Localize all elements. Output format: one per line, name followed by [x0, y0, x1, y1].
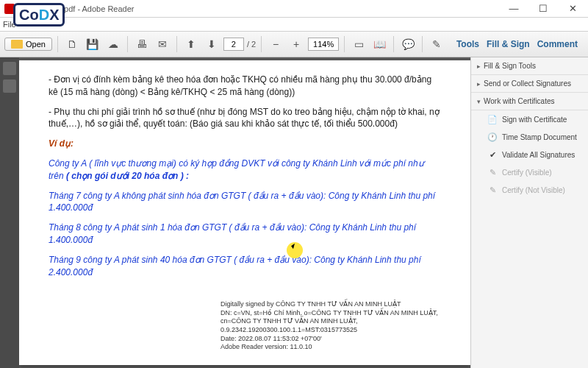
- text-para: - Phụ thu chi phí giải trình hồ sơ thuế …: [49, 106, 441, 131]
- side-panel: ▸Fill & Sign Tools ▸Send or Collect Sign…: [470, 57, 588, 368]
- panel-send-collect[interactable]: ▸Send or Collect Signatures: [471, 75, 588, 93]
- fit-icon[interactable]: ▭: [350, 35, 368, 53]
- comment-link[interactable]: Comment: [537, 39, 578, 49]
- zoom-out-icon[interactable]: −: [267, 35, 284, 53]
- sign-cert-icon: 📄: [487, 114, 498, 124]
- document-viewport[interactable]: - Đơn vị có đính kèm bảng kê theo hóa đơ…: [19, 57, 470, 368]
- zoom-input[interactable]: [308, 38, 339, 51]
- sign-icon[interactable]: ✎: [428, 35, 445, 53]
- text-example: Tháng 8 công ty A phát sinh 1 hóa đơn GT…: [49, 222, 441, 247]
- text-para: - Đơn vị có đính kèm bảng kê theo hóa đơ…: [49, 74, 441, 99]
- print-icon[interactable]: 🖶: [133, 35, 151, 53]
- text-example: Tháng 7 công ty A không phát sinh hóa đơ…: [49, 190, 441, 215]
- page-number-input[interactable]: [223, 38, 244, 51]
- email-icon[interactable]: ✉: [154, 35, 171, 53]
- certify-hidden-icon: ✎: [487, 185, 498, 195]
- text-example: Công ty A ( lĩnh vực thương mại) có ký h…: [49, 158, 441, 183]
- page-up-icon[interactable]: ⬆: [182, 35, 200, 53]
- digital-signature: Digitally signed by CÔNG TY TNHH TƯ VẤN …: [220, 300, 441, 352]
- minimize-button[interactable]: —: [503, 1, 525, 16]
- mouse-cursor-icon: [287, 242, 303, 258]
- item-sign-certificate[interactable]: 📄Sign with Certificate: [471, 110, 588, 128]
- title-bar: .pdf - Adobe Reader — ☐ ✕: [0, 0, 588, 18]
- thumbnails-icon[interactable]: [3, 62, 16, 75]
- item-certify-not-visible: ✎Certify (Not Visible): [471, 181, 588, 199]
- validate-icon: ✔: [487, 149, 498, 160]
- left-rail: [0, 57, 19, 368]
- fill-sign-link[interactable]: Fill & Sign: [487, 39, 530, 49]
- timestamp-icon: 🕐: [487, 132, 498, 142]
- open-button[interactable]: Open: [4, 38, 52, 51]
- panel-work-certificates[interactable]: ▾Work with Certificates: [471, 93, 588, 110]
- page-total: / 2: [247, 40, 256, 49]
- maximize-button[interactable]: ☐: [532, 1, 554, 16]
- item-certify-visible: ✎Certify (Visible): [471, 163, 588, 181]
- panel-fillsign-tools[interactable]: ▸Fill & Sign Tools: [471, 57, 588, 75]
- codx-logo: CoDX: [13, 3, 65, 26]
- folder-icon: [11, 40, 23, 49]
- certify-icon: ✎: [487, 167, 498, 177]
- cloud-icon[interactable]: ☁: [104, 35, 122, 53]
- toolbar: Open 🗋 💾 ☁ 🖶 ✉ ⬆ ⬇ / 2 − + ▭ 📖 💬 ✎ Tools…: [0, 31, 588, 57]
- page-down-icon[interactable]: ⬇: [203, 35, 220, 53]
- menu-bar: File: [0, 18, 588, 31]
- signatures-icon[interactable]: [3, 79, 16, 93]
- close-button[interactable]: ✕: [562, 1, 584, 16]
- pdf-page: - Đơn vị có đính kèm bảng kê theo hóa đơ…: [19, 60, 470, 365]
- item-validate-all[interactable]: ✔Validate All Signatures: [471, 146, 588, 163]
- item-timestamp[interactable]: 🕐Time Stamp Document: [471, 128, 588, 146]
- text-example: Tháng 9 công ty A phát sinh 40 hóa đơn G…: [49, 254, 441, 279]
- example-heading: Ví dụ:: [49, 138, 441, 150]
- comment-icon[interactable]: 💬: [399, 35, 417, 53]
- read-mode-icon[interactable]: 📖: [370, 35, 388, 53]
- zoom-in-icon[interactable]: +: [287, 35, 305, 53]
- tools-link[interactable]: Tools: [456, 39, 479, 49]
- window-title: .pdf - Adobe Reader: [18, 4, 503, 13]
- create-pdf-icon[interactable]: 🗋: [63, 35, 81, 53]
- save-icon[interactable]: 💾: [84, 35, 101, 53]
